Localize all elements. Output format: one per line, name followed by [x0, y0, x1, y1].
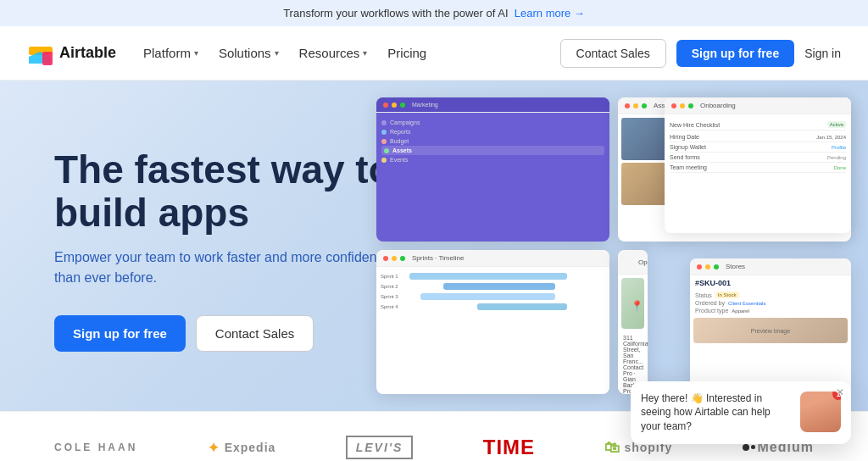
hero-section: The fastest way to build apps Empower yo… [0, 81, 868, 411]
banner-link[interactable]: Learn more → [515, 7, 585, 19]
gantt-card-label: Sprints · Timeline [412, 254, 464, 262]
hero-title: The fastest way to build apps [54, 148, 410, 234]
nav-actions: Contact Sales Sign up for free Sign in [560, 39, 841, 68]
signup-button[interactable]: Sign up for free [676, 40, 794, 67]
hero-subtitle: Empower your team to work faster and mor… [54, 247, 410, 288]
chat-widget: ✕ Hey there! 👋 Interested in seeing how … [631, 381, 851, 444]
hero-contact-button[interactable]: Contact Sales [196, 315, 314, 352]
chevron-icon: ▾ [194, 48, 198, 58]
brand-expedia: ✦ Expedia [208, 440, 276, 456]
svg-rect-2 [42, 52, 53, 65]
nav-links: Platform ▾ Solutions ▾ Resources ▾ Prici… [143, 46, 560, 60]
chevron-icon: ▾ [275, 48, 279, 58]
contact-sales-button[interactable]: Contact Sales [560, 39, 666, 68]
navbar: Airtable Platform ▾ Solutions ▾ Resource… [0, 26, 868, 81]
banner-text: Transform your workflows with the power … [283, 7, 508, 19]
brand-time: TIME [483, 436, 535, 459]
map-card-label: Operations [638, 258, 648, 266]
nav-solutions[interactable]: Solutions ▾ [219, 46, 279, 60]
hero-visuals: Marketing Campaigns Reports Budget Asset… [359, 81, 868, 411]
app-card-gantt: Sprints · Timeline Sprint 1 Sprint 2 Spr… [376, 250, 609, 394]
nav-platform[interactable]: Platform ▾ [143, 46, 198, 60]
hero-buttons: Sign up for free Contact Sales [54, 315, 410, 352]
app-card-map: Operations Store locations 📍 311 Califor… [618, 250, 648, 394]
onboarding-card-label: Onboarding [700, 102, 736, 109]
logo-text: Airtable [59, 44, 116, 62]
shopify-icon: 🛍 [604, 439, 620, 457]
brand-cole-haan: COLE HAAN [54, 442, 137, 453]
chat-notification-badge: 1 [832, 392, 841, 400]
logo-icon [27, 40, 54, 67]
expedia-star-icon: ✦ [208, 440, 220, 456]
map-pin-icon: 📍 [631, 300, 643, 312]
sku-title: #SKU-001 [690, 275, 851, 291]
top-banner: Transform your workflows with the power … [0, 0, 868, 26]
chat-avatar: 1 [800, 392, 841, 432]
brand-levis: Levi's [346, 436, 414, 459]
signin-button[interactable]: Sign in [804, 47, 841, 60]
marketing-card-label: Marketing [412, 102, 438, 108]
app-card-onboarding: Onboarding New Hire ChecklistActive Hiri… [665, 97, 851, 233]
app-card-sku: Stores #SKU-001 StatusIn Stock Ordered b… [690, 258, 851, 394]
logo[interactable]: Airtable [27, 40, 116, 67]
chevron-icon: ▾ [363, 48, 367, 58]
hero-text: The fastest way to build apps Empower yo… [54, 131, 410, 352]
medium-dots-icon [743, 444, 755, 451]
nav-resources[interactable]: Resources ▾ [299, 46, 368, 60]
nav-pricing[interactable]: Pricing [387, 46, 426, 60]
hero-signup-button[interactable]: Sign up for free [54, 315, 186, 352]
app-card-marketing: Marketing Campaigns Reports Budget Asset… [376, 97, 609, 242]
chat-message: Hey there! 👋 Interested in seeing how Ai… [641, 392, 792, 434]
